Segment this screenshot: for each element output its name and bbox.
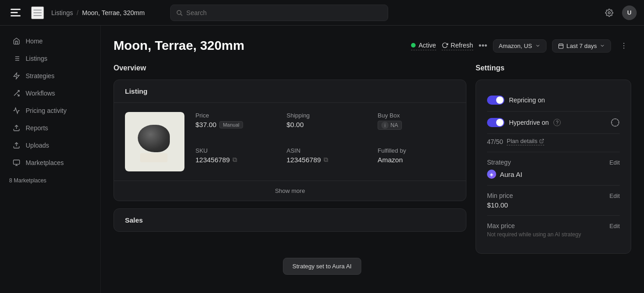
date-range-selector[interactable]: Last 7 days [552,39,612,53]
kebab-menu-button[interactable] [617,38,631,53]
topbar: Listings / Moon, Terrae, 320mm U [0,0,644,26]
plan-details-label: Plan details [507,138,537,144]
asin-copy-icon[interactable]: ⧉ [324,156,328,164]
svg-line-33 [617,125,618,125]
main-column: Overview Listing [114,64,466,254]
plan-count: 47/50 [487,138,503,145]
sidebar-item-reports[interactable]: Reports [4,120,97,136]
sidebar: Home Listings Strategies Workflows Prici… [0,26,101,293]
hyperdrive-row-left: Hyperdrive on ? [487,118,561,127]
shipping-field: Shipping $0.00 [287,112,364,138]
svg-marker-12 [14,73,19,79]
strategy-row-header: Strategy Edit [487,159,620,166]
status-badge[interactable]: Active [411,42,436,50]
sidebar-item-workflows[interactable]: Workflows [4,85,97,101]
sidebar-item-strategies-label: Strategies [26,72,54,80]
buy-box-label: Buy Box [378,112,455,119]
sales-card-title: Sales [125,216,455,224]
aura-ai-icon: ◈ [487,170,496,179]
strategy-value-label: Aura AI [500,170,522,178]
min-price-value: $10.00 [487,201,620,209]
hyperdrive-row: Hyperdrive on ? [487,112,620,134]
svg-rect-17 [13,160,19,164]
shipping-value: $0.00 [287,121,364,128]
search-bar[interactable] [170,5,388,21]
hyperdrive-toggle[interactable] [487,118,504,127]
app-logo [7,5,24,21]
svg-line-36 [541,139,544,141]
sidebar-item-home[interactable]: Home [4,33,97,49]
date-range-value: Last 7 days [567,43,597,49]
svg-rect-1 [33,12,42,13]
repricing-row-left: Repricing on [487,96,545,105]
show-more-button[interactable]: Show more [114,181,466,201]
marketplace-count-text: 8 Marketplaces [9,177,46,184]
menu-toggle-button[interactable] [31,6,44,19]
svg-rect-0 [33,10,42,11]
svg-line-35 [617,120,618,120]
sidebar-item-uploads[interactable]: Uploads [4,137,97,154]
min-price-row-header: Min price Edit [487,192,620,199]
sidebar-item-strategies[interactable]: Strategies [4,68,97,84]
search-icon [176,10,183,16]
manual-badge: Manual [219,121,243,128]
sidebar-item-listings[interactable]: Listings [4,50,97,67]
max-price-edit-link[interactable]: Edit [610,223,620,229]
user-avatar[interactable]: U [622,5,637,20]
hyperdrive-star-icon[interactable] [611,118,620,127]
price-value: $37.00 Manual [195,121,273,128]
listing-content: Price $37.00 Manual Shipping $0.00 [114,103,466,181]
svg-line-32 [612,120,613,120]
svg-line-4 [181,14,183,16]
refresh-button[interactable]: Refresh [442,42,473,50]
breadcrumb-listings-link[interactable]: Listings [51,9,73,16]
sales-card: Sales [114,208,466,232]
fulfilled-by-label: Fulfilled by [378,147,455,154]
min-price-row: Min price Edit $10.00 [487,186,620,216]
repricing-row: Repricing on [487,89,620,112]
hyperdrive-label: Hyperdrive on [509,119,549,126]
plan-details-link[interactable]: Plan details [507,138,544,145]
status-dot-icon [411,43,416,48]
max-price-label: Max price [487,222,515,229]
header-actions: Active Refresh ••• Amazon, US Last 7 day… [411,38,631,53]
hyperdrive-help-icon[interactable]: ? [553,119,561,126]
min-price-edit-link[interactable]: Edit [610,192,620,199]
strategy-edit-link[interactable]: Edit [610,159,620,166]
more-options-button[interactable]: ••• [479,41,487,51]
shipping-label: Shipping [287,112,364,119]
marketplace-selector[interactable]: Amazon, US [493,39,547,53]
svg-rect-20 [558,44,563,48]
asin-field: ASIN 123456789 ⧉ [287,147,364,172]
svg-point-25 [623,45,624,46]
strategy-section-label: Strategy [487,159,511,166]
search-input[interactable] [186,9,382,16]
max-price-row: Max price Edit Not required while using … [487,216,620,244]
svg-line-34 [612,125,613,125]
info-icon[interactable]: i [381,122,389,129]
svg-point-3 [177,10,181,14]
max-price-note: Not required while using an AI strategy [487,231,620,238]
buy-box-field: Buy Box i NA [378,112,455,138]
marketplaces-count-badge: 8 Marketplaces [0,174,100,187]
sidebar-item-marketplaces[interactable]: Marketplaces [4,154,97,171]
settings-icon-button[interactable] [602,5,617,20]
svg-point-24 [623,43,624,44]
product-image-placeholder [125,112,184,171]
sku-copy-icon[interactable]: ⧉ [233,156,237,164]
sidebar-item-pricing-activity[interactable]: Pricing activity [4,102,97,119]
sku-field: SKU 123456789 ⧉ [195,147,273,172]
repricing-label: Repricing on [509,96,545,104]
rock-shape [138,125,170,152]
page-header: Moon, Terrae, 320mm Active Refresh ••• A… [114,38,631,53]
repricing-toggle[interactable] [487,96,504,105]
max-price-row-header: Max price Edit [487,222,620,229]
na-badge: i NA [378,121,402,130]
min-price-label: Min price [487,192,513,199]
topbar-right: U [602,5,637,20]
listing-fields: Price $37.00 Manual Shipping $0.00 [195,112,455,171]
plan-row: 47/50 Plan details [487,134,620,152]
strategy-value: ◈ Aura AI [487,170,620,179]
sku-value: 123456789 ⧉ [195,156,273,164]
toast-label: Strategy set to Aura AI [292,263,352,270]
